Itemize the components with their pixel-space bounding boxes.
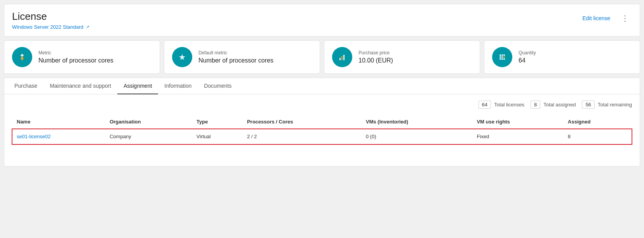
tabs-header: Purchase Maintenance and support Assignm… [4, 78, 640, 94]
table-row[interactable]: se01-license02 Company Virtual 2 / 2 0 (… [12, 129, 632, 144]
cell-name[interactable]: se01-license02 [12, 129, 105, 144]
edit-license-button[interactable]: Edit license [579, 14, 613, 23]
summary-total-remaining: 56 Total remaining [582, 101, 632, 109]
summary-row: 64 Total licenses 8 Total assigned 56 To… [12, 101, 632, 109]
metric-icon-dots [492, 47, 512, 67]
metric-card-metric: Metric Number of processor cores [4, 40, 160, 74]
subtitle-link[interactable]: Windows Server 2022 Standard [12, 24, 84, 30]
more-options-button[interactable]: ⋮ [618, 13, 632, 24]
tab-assignment[interactable]: Assignment [117, 78, 158, 94]
page-title: License [12, 10, 89, 23]
metric-icon-arrows [12, 47, 32, 67]
col-header-processors-cores: Processors / Cores [242, 115, 361, 129]
cell-vm-use-rights: Fixed [472, 129, 563, 144]
metric-text-quantity: Quantity 64 [519, 50, 536, 64]
metric-label-quantity: Quantity [519, 50, 536, 56]
summary-total-assigned: 8 Total assigned [531, 101, 576, 109]
metric-icon-chart [332, 47, 352, 67]
svg-point-13 [500, 56, 501, 58]
tab-documents[interactable]: Documents [198, 78, 238, 94]
row-name-link[interactable]: se01-license02 [17, 134, 50, 139]
tab-maintenance[interactable]: Maintenance and support [44, 78, 117, 94]
metric-label-purchase-price: Purchase price [359, 50, 393, 56]
metric-card-purchase-price: Purchase price 10.00 (EUR) [324, 40, 480, 74]
total-licenses-badge: 64 [479, 101, 491, 109]
total-licenses-label: Total licenses [494, 102, 524, 108]
svg-rect-7 [341, 56, 343, 60]
tab-purchase[interactable]: Purchase [8, 78, 44, 94]
col-header-vms-inventoried: VMs (Inventoried) [361, 115, 472, 129]
tabs-container: Purchase Maintenance and support Assignm… [4, 78, 640, 167]
cell-assigned: 8 [563, 129, 632, 144]
cell-organisation: Company [105, 129, 192, 144]
tab-content-assignment: 64 Total licenses 8 Total assigned 56 To… [4, 94, 640, 166]
svg-rect-6 [339, 58, 341, 60]
col-header-name: Name [12, 115, 105, 129]
summary-total-licenses: 64 Total licenses [479, 101, 525, 109]
table-empty-row [12, 144, 632, 160]
tab-information[interactable]: Information [158, 78, 198, 94]
page-wrapper: License Windows Server 2022 Standard ↗ E… [0, 0, 644, 238]
metric-text-default-metric: Default metric Number of processor cores [198, 50, 273, 64]
metric-value-purchase-price: 10.00 (EUR) [359, 57, 393, 64]
table-header-row: Name Organisation Type Processors / Core… [12, 115, 632, 129]
header-subtitle: Windows Server 2022 Standard ↗ [12, 24, 89, 30]
total-assigned-label: Total assigned [543, 102, 576, 108]
metric-card-default-metric: Default metric Number of processor cores [164, 40, 320, 74]
col-header-organisation: Organisation [105, 115, 192, 129]
svg-rect-8 [343, 55, 345, 60]
cell-type: Virtual [192, 129, 242, 144]
metric-value-quantity: 64 [519, 57, 536, 64]
svg-point-11 [501, 54, 503, 56]
metric-card-quantity: Quantity 64 [484, 40, 640, 74]
col-header-type: Type [192, 115, 242, 129]
cell-processors-cores: 2 / 2 [242, 129, 361, 144]
col-header-vm-use-rights: VM use rights [472, 115, 563, 129]
col-header-assigned: Assigned [563, 115, 632, 129]
metric-icon-star [172, 47, 192, 67]
svg-point-15 [503, 56, 505, 58]
total-remaining-badge: 56 [582, 101, 594, 109]
header-left: License Windows Server 2022 Standard ↗ [12, 10, 89, 30]
svg-point-12 [503, 54, 505, 56]
svg-point-17 [501, 58, 503, 60]
metric-cards: Metric Number of processor cores Default… [4, 40, 640, 74]
cell-vms-inventoried: 0 (0) [361, 129, 472, 144]
metric-label-metric: Metric [38, 50, 113, 56]
external-link-icon: ↗ [86, 24, 89, 30]
metric-value-metric: Number of processor cores [38, 57, 113, 64]
svg-point-16 [500, 58, 501, 60]
total-assigned-badge: 8 [531, 101, 540, 109]
header-actions: Edit license ⋮ [579, 13, 632, 24]
assignment-table: Name Organisation Type Processors / Core… [12, 115, 632, 160]
svg-point-14 [501, 56, 503, 58]
metric-text-purchase-price: Purchase price 10.00 (EUR) [359, 50, 393, 64]
total-remaining-label: Total remaining [598, 102, 632, 108]
metric-text-metric: Metric Number of processor cores [38, 50, 113, 64]
svg-point-10 [500, 54, 501, 56]
svg-point-18 [503, 58, 505, 60]
header-card: License Windows Server 2022 Standard ↗ E… [4, 4, 640, 36]
metric-label-default-metric: Default metric [198, 50, 273, 56]
metric-value-default-metric: Number of processor cores [198, 57, 273, 64]
